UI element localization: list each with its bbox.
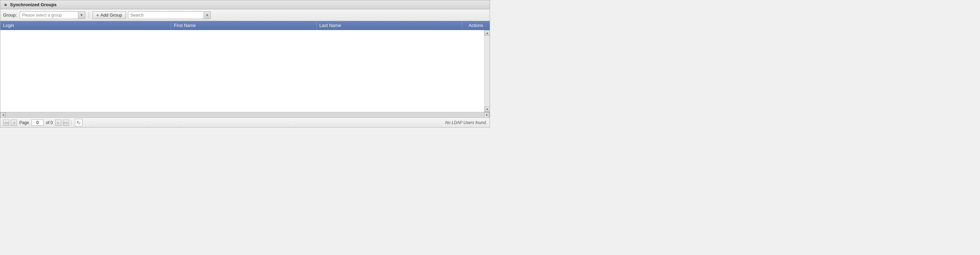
- search-input[interactable]: [128, 12, 204, 18]
- search-clear-button[interactable]: ×: [204, 12, 210, 19]
- column-header-login: Login: [0, 21, 171, 30]
- group-select[interactable]: Please select a group ▼: [20, 11, 85, 19]
- next-page-button[interactable]: ▶: [55, 120, 61, 126]
- toolbar: Group: Please select a group ▼ + Add Gro…: [0, 9, 490, 21]
- vertical-scrollbar: ▲ ▼: [484, 30, 490, 112]
- column-header-lastname: Last Name: [317, 21, 462, 30]
- window-title: Synchronized Groups: [10, 2, 57, 7]
- add-group-label: Add Group: [100, 13, 122, 18]
- toolbar-separator-1: [89, 12, 89, 19]
- first-page-button[interactable]: ◀◀: [3, 120, 9, 126]
- synchronized-groups-window: ■ Synchronized Groups Group: Please sele…: [0, 0, 490, 127]
- scroll-left-button[interactable]: ◄: [0, 112, 6, 118]
- page-of-label: of 0: [46, 120, 53, 125]
- pagination-bar: ◀◀ ◀ Page of 0 ▶ ▶▶ ↻ No LDAP Users foun…: [0, 117, 490, 127]
- column-header-firstname: First Name: [171, 21, 317, 30]
- add-group-button[interactable]: + Add Group: [92, 11, 126, 19]
- column-header-actions: Actions: [462, 21, 490, 30]
- group-select-placeholder: Please select a group: [20, 12, 78, 18]
- page-input[interactable]: [32, 120, 43, 126]
- pagination-divider: [71, 120, 72, 125]
- last-page-button[interactable]: ▶▶: [63, 120, 69, 126]
- table-container: Login First Name Last Name Actions ▲ ▼: [0, 21, 490, 112]
- prev-page-button[interactable]: ◀: [11, 120, 17, 126]
- window-icon: ■: [3, 2, 8, 7]
- title-bar: ■ Synchronized Groups: [0, 0, 490, 9]
- scroll-right-button[interactable]: ►: [484, 112, 490, 118]
- horizontal-scrollbar: ◄ ►: [0, 112, 490, 117]
- scroll-down-button[interactable]: ▼: [484, 106, 490, 112]
- scroll-track[interactable]: [484, 35, 490, 106]
- page-label: Page: [19, 120, 29, 125]
- refresh-icon: ↻: [76, 120, 81, 125]
- refresh-button[interactable]: ↻: [75, 119, 83, 127]
- add-icon: +: [96, 13, 99, 18]
- search-wrapper: ×: [128, 11, 211, 19]
- group-label: Group:: [3, 13, 17, 18]
- table-body: [0, 30, 490, 112]
- scroll-up-button[interactable]: ▲: [484, 30, 490, 35]
- table-header: Login First Name Last Name Actions: [0, 21, 490, 30]
- group-select-arrow[interactable]: ▼: [78, 12, 85, 19]
- status-text: No LDAP Users found.: [445, 120, 487, 125]
